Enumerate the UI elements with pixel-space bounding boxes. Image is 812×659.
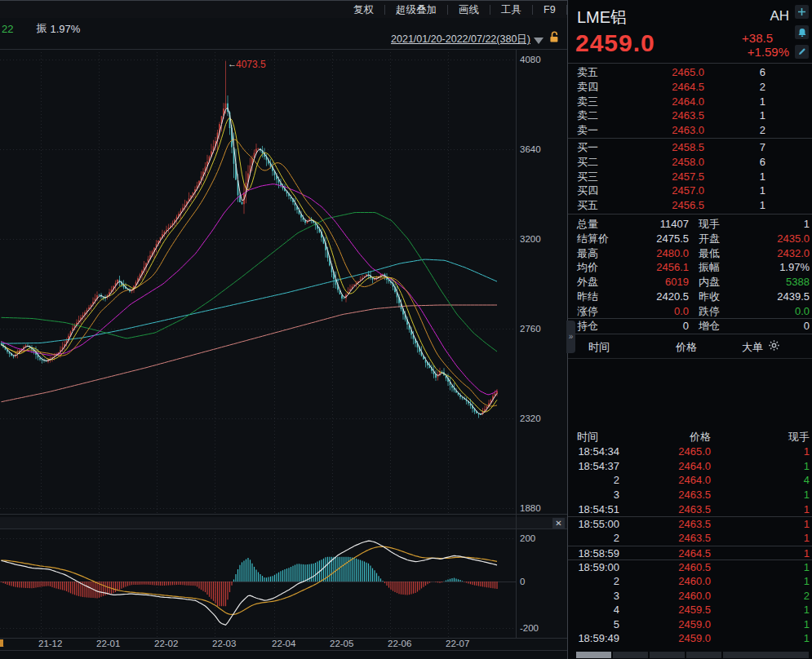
menu-item-4[interactable]: 工具 [490,3,532,17]
tape-time: 2 [577,574,619,589]
tape-page-segment-1[interactable] [576,652,611,658]
tab-time[interactable]: 时间 [588,340,610,355]
tape-time: 18:54:37 [577,459,619,474]
chart-status-row: 22 振 1.97% 2021/01/20-2022/07/22(380日) [0,18,567,49]
sell-row[interactable]: 卖一2463.02 [568,123,812,138]
quote-panel: LME铝 AH 2459.0 +38.5 +1.59% 卖五2465.06卖四2… [567,0,812,659]
book-qty: 6 [707,65,765,80]
tape-row: 42459.51 [568,603,812,617]
stat-value: 11407 [617,217,689,232]
tape-qty: 1 [751,502,810,517]
tape-page-segment-5[interactable] [723,652,809,658]
instrument-title: LME铝 [577,7,627,29]
unlock-icon[interactable] [549,31,560,46]
menu-item-3[interactable]: 画线 [448,3,490,17]
date-range-text[interactable]: 2021/01/20-2022/07/22(380日) [391,33,530,46]
menu-item-1[interactable]: 复权 [343,3,384,17]
chevron-down-icon[interactable] [534,38,544,44]
gear-icon[interactable] [768,339,780,355]
market-label: AH [770,8,789,24]
tape-time: 3 [577,488,619,502]
tape-price: 2460.5 [648,560,711,575]
book-price: 2463.0 [641,123,704,138]
stat-label: 总量 [577,217,598,232]
tape-price: 2459.0 [648,617,711,632]
tape-row: 18:59:492459.01 [568,631,812,646]
book-level-label: 买一 [577,140,598,155]
panel-expand-handle[interactable]: » [566,321,575,353]
buy-row[interactable]: 买五2456.51 [568,198,812,213]
menu-item-2[interactable]: 超级叠加 [385,3,447,17]
tape-price: 2460.0 [648,589,711,604]
stat-label: 涨停 [577,304,598,319]
stat-label: 外盘 [577,275,598,290]
svg-text:-200: -200 [520,623,539,633]
add-watchlist-button[interactable] [795,5,809,19]
tape-row: 18:54:512463.51 [568,502,812,517]
stat-row: 外盘6019内盘5388 [568,275,812,290]
book-level-label: 卖四 [577,80,598,95]
close-icon[interactable]: ✕ [552,518,565,529]
tape-price: 2464.5 [648,546,711,561]
tape-time: 18:59:00 [577,560,619,575]
tape-page-segment-3[interactable] [650,652,685,658]
book-price: 2457.5 [641,170,704,184]
tape-time: 2 [577,473,619,488]
book-qty: 7 [707,140,765,155]
book-qty: 6 [707,155,765,170]
sell-row[interactable]: 卖二2463.51 [568,108,812,123]
svg-text:22-01: 22-01 [96,639,120,648]
stat-label: 均价 [577,260,598,275]
tape-time: 2 [577,531,619,546]
book-qty: 1 [707,198,765,213]
book-level-label: 买三 [577,170,598,184]
tape-row: 52459.01 [568,617,812,632]
alert-bell-button[interactable] [795,25,809,39]
buy-row[interactable]: 买三2457.51 [568,170,812,184]
tab-big-orders[interactable]: 大单 [742,340,763,355]
sell-row[interactable]: 卖三2464.01 [568,95,812,109]
stat-label: 持仓 [577,319,598,334]
stat-value: 2432.0 [734,246,810,261]
menu-item-5[interactable]: F9 [533,4,566,15]
app-window: 复权超级叠加画线工具F9隐藏▸ 22 振 1.97% 2021/01/20-20… [0,0,812,659]
tape-row: 32463.51 [568,488,812,502]
amplitude-label: 振 [36,21,47,36]
svg-text:3200: 3200 [520,234,541,244]
main-chart[interactable]: ←4073.54080364032002760232018802000-2002… [0,49,567,659]
edit-pencil-button[interactable] [795,45,809,59]
tape-time: 18:59:49 [577,631,619,646]
tape-header: 时间 价格 现手 [568,430,812,444]
svg-text:4080: 4080 [520,55,541,64]
stat-label: 开盘 [699,232,720,246]
sell-row[interactable]: 卖四2464.52 [568,80,812,95]
tape-page-segment-4[interactable] [686,652,721,658]
buy-row[interactable]: 买一2458.57 [568,140,812,155]
stat-value: 2456.1 [617,260,689,275]
svg-text:22-04: 22-04 [272,639,296,648]
book-price: 2464.5 [641,80,704,95]
book-level-label: 买五 [577,198,598,213]
stat-label: 跌停 [699,304,720,319]
stat-value: 1 [734,217,810,232]
stat-label: 最低 [699,246,720,261]
buy-row[interactable]: 买四2457.01 [568,184,812,198]
sell-row[interactable]: 卖五2465.06 [568,65,812,80]
tape-page-segment-2[interactable] [613,652,648,658]
book-qty: 1 [707,95,765,109]
tape-price: 2463.5 [648,502,711,517]
tab-price[interactable]: 价格 [676,340,697,355]
amplitude-value: 1.97% [50,23,80,35]
stat-row: 结算价2475.5开盘2435.0 [568,232,812,246]
stat-row: 均价2456.1振幅1.97% [568,260,812,275]
tape-qty: 2 [751,589,810,604]
buy-row[interactable]: 买二2458.06 [568,155,812,170]
tape-time: 5 [577,617,619,632]
stat-value: 2420.5 [617,290,689,304]
stat-label: 现手 [699,217,720,232]
tape-qty: 1 [751,617,810,632]
tape-qty: 1 [751,517,810,532]
tape-price: 2463.5 [648,531,711,546]
tape-header-time: 时间 [577,430,619,444]
date-range-control[interactable]: 2021/01/20-2022/07/22(380日) [391,33,560,46]
